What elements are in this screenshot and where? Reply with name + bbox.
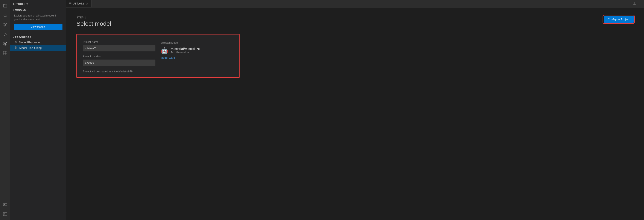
model-details: mistralai/Mistral-7B Text Generation bbox=[171, 47, 200, 54]
svg-point-20 bbox=[16, 48, 16, 49]
configure-btn-wrapper: Configure Project bbox=[604, 16, 634, 23]
sidebar-item-model-fine-tuning[interactable]: Model Fine-tuning bbox=[10, 45, 66, 51]
model-emoji-icon: 🤖 bbox=[160, 48, 168, 54]
svg-point-4 bbox=[6, 23, 6, 24]
sidebar-more-button[interactable]: ··· bbox=[59, 2, 63, 6]
svg-point-19 bbox=[16, 47, 17, 48]
sidebar-title: AI TOOLKIT bbox=[13, 3, 28, 5]
extensions-icon[interactable] bbox=[1, 49, 10, 57]
svg-rect-8 bbox=[5, 51, 7, 53]
form-card: Project Name Project Location Project wi… bbox=[76, 34, 240, 78]
tab-label: AI Toolkit bbox=[74, 2, 84, 5]
project-path-note: Project will be created in: c:\code\mist… bbox=[83, 70, 156, 73]
form-right: Selected Model 🤖 mistralai/Mistral-7B Te… bbox=[160, 40, 233, 73]
svg-point-3 bbox=[4, 25, 4, 26]
sidebar: AI TOOLKIT ··· ▾ MODELS Explore and run … bbox=[10, 0, 66, 220]
activity-bar bbox=[0, 0, 10, 220]
sidebar-header: AI TOOLKIT ··· bbox=[10, 0, 66, 8]
ai-toolkit-tab[interactable]: AI Toolkit ✕ bbox=[66, 0, 92, 7]
new-terminal-icon[interactable] bbox=[1, 210, 10, 218]
tab-close-button[interactable]: ✕ bbox=[86, 2, 89, 5]
model-info: 🤖 mistralai/Mistral-7B Text Generation bbox=[160, 47, 233, 54]
models-description: Explore and run small-sized models in yo… bbox=[10, 12, 66, 24]
more-actions-button[interactable]: ··· bbox=[638, 1, 642, 6]
top-right-actions: ··· bbox=[632, 1, 644, 7]
source-control-icon[interactable] bbox=[1, 20, 10, 29]
svg-point-0 bbox=[4, 14, 6, 16]
svg-marker-6 bbox=[4, 33, 7, 36]
resources-chevron: ▾ bbox=[13, 36, 14, 39]
models-chevron: ▾ bbox=[13, 9, 14, 11]
model-fine-tuning-icon bbox=[14, 46, 18, 50]
files-icon[interactable] bbox=[1, 2, 10, 10]
svg-rect-10 bbox=[5, 53, 7, 55]
svg-point-18 bbox=[16, 46, 16, 47]
svg-rect-7 bbox=[3, 51, 5, 53]
form-row: Project Name Project Location Project wi… bbox=[83, 40, 233, 73]
main-area: AI Toolkit ✕ ··· STEP 1 Select model Con… bbox=[66, 0, 644, 220]
remote-icon[interactable] bbox=[1, 200, 10, 209]
resources-section: ▾ RESOURCES ⊕ Model Playground Model Fin… bbox=[10, 35, 66, 51]
resources-label: RESOURCES bbox=[15, 36, 31, 39]
tab-icon bbox=[69, 2, 72, 5]
model-card-link[interactable]: Model Card bbox=[160, 56, 175, 59]
models-section-header[interactable]: ▾ MODELS bbox=[10, 8, 66, 12]
svg-line-1 bbox=[6, 16, 7, 17]
model-type: Text Generation bbox=[171, 51, 200, 54]
model-playground-icon: ⊕ bbox=[14, 40, 17, 44]
model-name: mistralai/Mistral-7B bbox=[171, 47, 200, 51]
project-location-input[interactable] bbox=[83, 60, 156, 66]
sidebar-item-model-playground[interactable]: ⊕ Model Playground bbox=[10, 39, 66, 45]
svg-point-2 bbox=[4, 23, 4, 24]
form-left: Project Name Project Location Project wi… bbox=[83, 40, 156, 73]
svg-rect-9 bbox=[3, 53, 5, 55]
project-name-input[interactable] bbox=[83, 45, 156, 51]
step-label: STEP 1 bbox=[76, 16, 634, 19]
sidebar-item-label-fine-tuning: Model Fine-tuning bbox=[19, 46, 42, 49]
svg-point-12 bbox=[4, 204, 5, 205]
run-debug-icon[interactable] bbox=[1, 30, 10, 39]
resources-section-header[interactable]: ▾ RESOURCES bbox=[10, 35, 66, 39]
selected-model-label: Selected Model bbox=[160, 41, 233, 44]
search-icon[interactable] bbox=[1, 11, 10, 20]
project-location-label: Project Location bbox=[83, 55, 156, 58]
project-name-label: Project Name bbox=[83, 40, 156, 43]
sidebar-item-label-playground: Model Playground bbox=[19, 41, 42, 44]
view-models-button[interactable]: View models bbox=[14, 24, 62, 30]
content-area: STEP 1 Select model Configure Project Pr… bbox=[66, 7, 644, 220]
tab-bar: AI Toolkit ✕ ··· bbox=[66, 0, 644, 7]
configure-project-button[interactable]: Configure Project bbox=[604, 16, 634, 23]
ai-toolkit-icon[interactable] bbox=[1, 39, 10, 48]
split-editor-button[interactable] bbox=[632, 1, 637, 7]
models-label: MODELS bbox=[15, 8, 26, 11]
svg-rect-11 bbox=[3, 204, 7, 206]
page-title: Select model bbox=[76, 20, 634, 27]
